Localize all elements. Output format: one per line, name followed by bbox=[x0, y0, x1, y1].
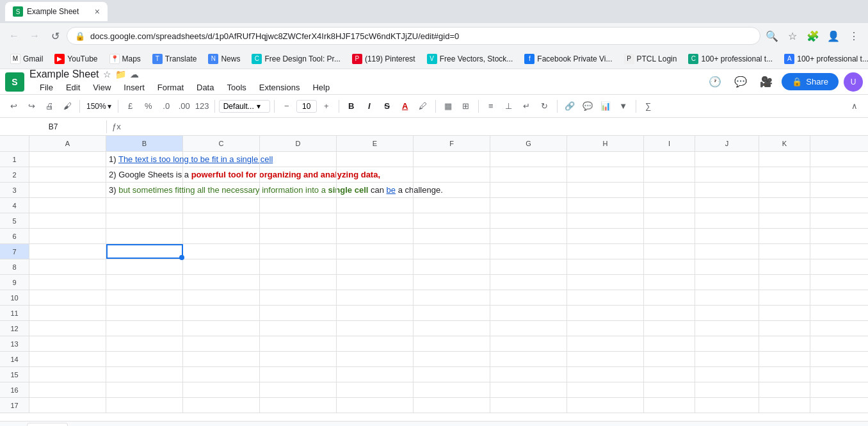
cell-g16[interactable] bbox=[490, 382, 567, 397]
cell-e6[interactable] bbox=[337, 229, 414, 243]
cell-f4[interactable] bbox=[414, 198, 490, 213]
address-bar[interactable]: 🔒 docs.google.com/spreadsheets/d/1p0AfRU… bbox=[67, 27, 760, 45]
cell-a12[interactable] bbox=[29, 321, 106, 336]
cell-b3[interactable]: 3) but sometimes fitting all the necessa… bbox=[106, 183, 183, 197]
active-tab[interactable]: S Example Sheet × bbox=[5, 2, 108, 21]
cell-c1[interactable] bbox=[183, 152, 260, 167]
cell-i17[interactable] bbox=[644, 398, 695, 413]
cell-b12[interactable] bbox=[106, 321, 183, 336]
cell-e7[interactable] bbox=[337, 244, 414, 259]
cell-a16[interactable] bbox=[29, 382, 106, 397]
cell-e1[interactable] bbox=[337, 152, 414, 167]
star-icon[interactable]: ☆ bbox=[103, 69, 111, 79]
cell-i4[interactable] bbox=[644, 198, 695, 213]
cell-c15[interactable] bbox=[183, 367, 260, 382]
cell-c7[interactable] bbox=[183, 244, 260, 259]
cell-d3[interactable] bbox=[260, 183, 337, 197]
cell-d10[interactable] bbox=[260, 290, 337, 305]
row-header-10[interactable]: 10 bbox=[0, 290, 29, 305]
cell-i16[interactable] bbox=[644, 382, 695, 397]
cell-c9[interactable] bbox=[183, 275, 260, 290]
font-size-increase[interactable]: + bbox=[318, 98, 335, 115]
col-header-j[interactable]: J bbox=[695, 136, 759, 151]
cell-h8[interactable] bbox=[567, 259, 644, 274]
cell-k12[interactable] bbox=[759, 321, 810, 336]
cell-c17[interactable] bbox=[183, 398, 260, 413]
cell-k3[interactable] bbox=[759, 183, 810, 197]
cell-f16[interactable] bbox=[414, 382, 490, 397]
cell-j12[interactable] bbox=[695, 321, 759, 336]
cell-a8[interactable] bbox=[29, 259, 106, 274]
cell-f5[interactable] bbox=[414, 213, 490, 228]
cell-b7[interactable] bbox=[106, 244, 183, 259]
extensions-icon[interactable]: 🧩 bbox=[804, 27, 822, 45]
cell-c5[interactable] bbox=[183, 213, 260, 228]
comment-icon[interactable]: 💬 bbox=[730, 72, 751, 92]
menu-view[interactable]: View bbox=[88, 80, 116, 95]
cell-d9[interactable] bbox=[260, 275, 337, 290]
row-header-17[interactable]: 17 bbox=[0, 398, 29, 413]
cell-b5[interactable] bbox=[106, 213, 183, 228]
cell-g14[interactable] bbox=[490, 352, 567, 366]
cell-k5[interactable] bbox=[759, 213, 810, 228]
cell-a15[interactable] bbox=[29, 367, 106, 382]
cell-d12[interactable] bbox=[260, 321, 337, 336]
cell-g8[interactable] bbox=[490, 259, 567, 274]
cell-i1[interactable] bbox=[644, 152, 695, 167]
menu-file[interactable]: File bbox=[35, 80, 58, 95]
cell-k10[interactable] bbox=[759, 290, 810, 305]
cell-k17[interactable] bbox=[759, 398, 810, 413]
menu-tools[interactable]: Tools bbox=[221, 80, 251, 95]
bold-button[interactable]: B bbox=[343, 98, 360, 115]
strikethrough-button[interactable]: S bbox=[379, 98, 396, 115]
halign-button[interactable]: ≡ bbox=[483, 98, 499, 115]
cell-g11[interactable] bbox=[490, 306, 567, 320]
cell-k15[interactable] bbox=[759, 367, 810, 382]
text-color-button[interactable]: A bbox=[397, 98, 414, 115]
cell-h2[interactable] bbox=[567, 167, 644, 182]
cell-j5[interactable] bbox=[695, 213, 759, 228]
cell-c11[interactable] bbox=[183, 306, 260, 320]
cell-c13[interactable] bbox=[183, 336, 260, 351]
cell-e4[interactable] bbox=[337, 198, 414, 213]
cell-j3[interactable] bbox=[695, 183, 759, 197]
cell-b4[interactable] bbox=[106, 198, 183, 213]
formula-input[interactable] bbox=[126, 122, 863, 131]
bookmark-facebook[interactable]: f Facebook Private Vi... bbox=[519, 52, 617, 66]
cell-g1[interactable] bbox=[490, 152, 567, 167]
cell-i12[interactable] bbox=[644, 321, 695, 336]
user-avatar[interactable]: U bbox=[844, 72, 863, 92]
cell-f1[interactable] bbox=[414, 152, 490, 167]
row-header-6[interactable]: 6 bbox=[0, 229, 29, 243]
comment-button[interactable]: 💬 bbox=[579, 98, 596, 115]
profile-icon[interactable]: 👤 bbox=[824, 27, 842, 45]
cell-d16[interactable] bbox=[260, 382, 337, 397]
link-button[interactable]: 🔗 bbox=[561, 98, 578, 115]
cell-b13[interactable] bbox=[106, 336, 183, 351]
cell-reference-input[interactable]: B7 bbox=[5, 122, 101, 131]
cell-h9[interactable] bbox=[567, 275, 644, 290]
cell-h16[interactable] bbox=[567, 382, 644, 397]
cell-g13[interactable] bbox=[490, 336, 567, 351]
cell-g4[interactable] bbox=[490, 198, 567, 213]
menu-insert[interactable]: Insert bbox=[118, 80, 150, 95]
bookmark-gmail[interactable]: M Gmail bbox=[5, 52, 48, 66]
cell-a3[interactable] bbox=[29, 183, 106, 197]
cell-d1[interactable] bbox=[260, 152, 337, 167]
cell-h5[interactable] bbox=[567, 213, 644, 228]
cell-h14[interactable] bbox=[567, 352, 644, 366]
redo-button[interactable]: ↪ bbox=[23, 98, 40, 115]
col-header-e[interactable]: E bbox=[337, 136, 414, 151]
cell-g3[interactable] bbox=[490, 183, 567, 197]
cell-e12[interactable] bbox=[337, 321, 414, 336]
cell-b15[interactable] bbox=[106, 367, 183, 382]
cell-e10[interactable] bbox=[337, 290, 414, 305]
cell-k2[interactable] bbox=[759, 167, 810, 182]
cell-k14[interactable] bbox=[759, 352, 810, 366]
bookmark-free-design[interactable]: C Free Design Tool: Pr... bbox=[246, 52, 346, 66]
cell-b8[interactable] bbox=[106, 259, 183, 274]
cell-j17[interactable] bbox=[695, 398, 759, 413]
formula-button[interactable]: ∑ bbox=[640, 98, 657, 115]
cell-f6[interactable] bbox=[414, 229, 490, 243]
cell-b2[interactable]: 2) Google Sheets is a powerful tool for … bbox=[106, 167, 183, 182]
